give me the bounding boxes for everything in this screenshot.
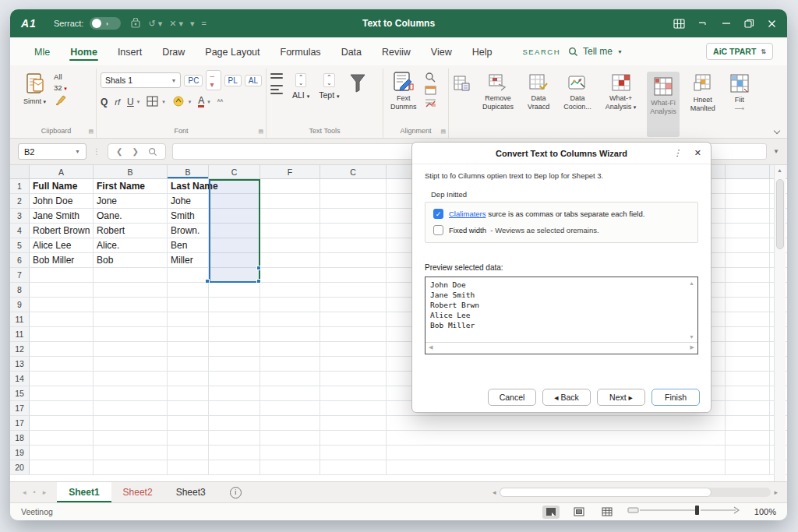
cell[interactable] [209,372,260,386]
more-commands-icon[interactable]: ▾ [190,19,195,29]
cell[interactable] [726,209,770,223]
cell[interactable] [726,312,770,326]
cell[interactable]: Alice. [94,238,168,252]
cell[interactable] [387,460,726,474]
cell[interactable] [320,386,387,400]
cell[interactable] [320,460,387,474]
row-header[interactable]: 4 [10,224,30,238]
cell[interactable] [30,327,94,341]
font-color-button[interactable]: A [198,97,204,107]
cell[interactable] [94,401,168,415]
row-header[interactable]: 18 [10,431,30,445]
column-header[interactable]: C [209,165,260,178]
cell[interactable] [94,268,168,282]
clipboard-launcher-icon[interactable]: ▤ [88,129,94,135]
autosave-toggle[interactable]: ◑ [90,17,121,30]
preview-scroll-left-icon[interactable]: ◀ [429,344,433,351]
cell[interactable] [726,357,770,371]
filter-funnel-icon[interactable] [349,73,366,93]
undo-icon[interactable]: ↺ ▾ [148,19,162,29]
page-layout-view-icon[interactable] [570,506,588,519]
tab-page-layout[interactable]: Page Layout [195,40,270,63]
cell[interactable] [320,298,387,312]
bold-button[interactable]: Q [101,97,108,107]
font-launcher-icon[interactable]: ▤ [258,129,263,135]
cell[interactable] [94,357,168,371]
data-validation-button[interactable]: Data Vraacd [524,72,553,113]
checkbox-checked-icon[interactable]: ✓ [433,209,443,219]
cell[interactable] [260,416,320,430]
cell[interactable] [94,460,168,474]
preview-hscrollbar[interactable]: ◀ ▶ [425,342,697,354]
row-header[interactable]: 17 [10,416,30,430]
format-painter-icon[interactable] [54,94,68,107]
font-btn-2[interactable]: AL [245,75,262,86]
cell[interactable] [94,431,168,445]
cell[interactable] [726,298,770,312]
paste-size-button[interactable]: 32 ▾ [54,83,68,92]
find-icon[interactable] [425,72,436,83]
row-header[interactable]: 11 [10,312,30,326]
cell[interactable] [209,431,260,445]
cell[interactable] [320,416,387,430]
cell[interactable] [168,283,209,297]
row-header[interactable]: 19 [10,446,30,460]
cell[interactable] [168,401,209,415]
window-icon[interactable] [425,86,436,95]
paste-button[interactable]: Simnt ▾ [20,70,49,107]
cell[interactable] [260,298,320,312]
cell[interactable] [30,431,94,445]
cell[interactable] [726,416,770,430]
cell[interactable] [260,179,320,193]
dialog-menu-icon[interactable]: ⋮ [673,148,682,158]
font-name-select[interactable]: Shals 1▼ [101,72,181,88]
cell[interactable] [30,357,94,371]
cell[interactable] [168,431,209,445]
cell[interactable]: Alice Lee [30,238,94,252]
customize-toolbar-icon[interactable]: = [202,19,207,28]
cell[interactable] [94,386,168,400]
info-icon[interactable]: i [230,487,242,499]
cell[interactable] [387,446,726,460]
sheet-tab-sheet3[interactable]: Sheet3 [164,482,217,502]
shrink-font-button[interactable]: –▾ [206,70,221,90]
cell[interactable] [209,194,260,208]
cell[interactable] [30,401,94,415]
cell[interactable] [387,431,726,445]
cell[interactable] [209,209,260,223]
cell[interactable] [320,224,387,238]
cell[interactable] [726,446,770,460]
cell[interactable] [260,209,320,223]
back-button[interactable]: ◂ Back [542,389,591,406]
cell[interactable] [94,446,168,460]
cell[interactable] [30,460,94,474]
name-box[interactable]: B2▼ [18,143,87,160]
cell[interactable] [726,224,770,238]
cell[interactable] [260,460,320,474]
cancel-button[interactable]: Cancel [488,389,536,406]
cell[interactable] [209,357,260,371]
cell[interactable] [320,194,387,208]
cell[interactable] [209,298,260,312]
clear-format-icon[interactable]: ᴬᴬ [217,98,223,105]
cell[interactable] [260,446,320,460]
cell[interactable] [209,283,260,297]
cell[interactable] [260,327,320,341]
preview-scroll-right-icon[interactable]: ▶ [690,344,694,351]
cell[interactable] [168,298,209,312]
column-header[interactable]: A [30,165,94,178]
cell[interactable] [30,342,94,356]
cell[interactable] [168,446,209,460]
row-header[interactable]: 3 [10,209,30,223]
finish-button[interactable]: Finish [651,389,700,406]
cell[interactable] [260,224,320,238]
cell[interactable]: Miller [168,253,209,267]
cell[interactable] [30,446,94,460]
cell[interactable] [209,401,260,415]
cell[interactable] [209,446,260,460]
cell[interactable] [726,431,770,445]
cell[interactable] [320,357,387,371]
search-icon[interactable] [148,147,157,157]
cell[interactable] [320,342,387,356]
restore-icon[interactable] [744,19,754,28]
